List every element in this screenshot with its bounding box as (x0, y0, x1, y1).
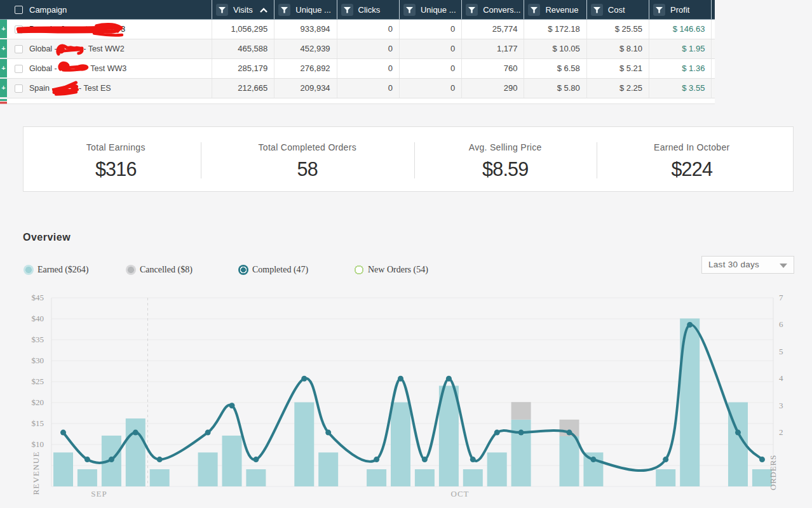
svg-text:ORDERS: ORDERS (768, 455, 778, 490)
svg-text:SEP: SEP (91, 489, 107, 498)
svg-text:$45: $45 (32, 293, 44, 302)
svg-text:$10: $10 (32, 439, 44, 449)
svg-text:$25: $25 (32, 377, 44, 386)
svg-text:$35: $35 (32, 335, 44, 344)
svg-text:REVENUE: REVENUE (31, 451, 41, 495)
svg-text:$40: $40 (32, 314, 44, 323)
svg-text:$30: $30 (32, 356, 44, 365)
svg-text:$20: $20 (32, 398, 44, 407)
svg-text:$15: $15 (32, 418, 44, 428)
svg-text:3: 3 (779, 401, 783, 410)
svg-text:6: 6 (779, 319, 783, 329)
svg-text:4: 4 (779, 373, 783, 383)
svg-text:OCT: OCT (451, 489, 470, 498)
svg-text:5: 5 (779, 347, 783, 356)
svg-text:7: 7 (779, 293, 783, 302)
svg-text:2: 2 (779, 427, 783, 437)
